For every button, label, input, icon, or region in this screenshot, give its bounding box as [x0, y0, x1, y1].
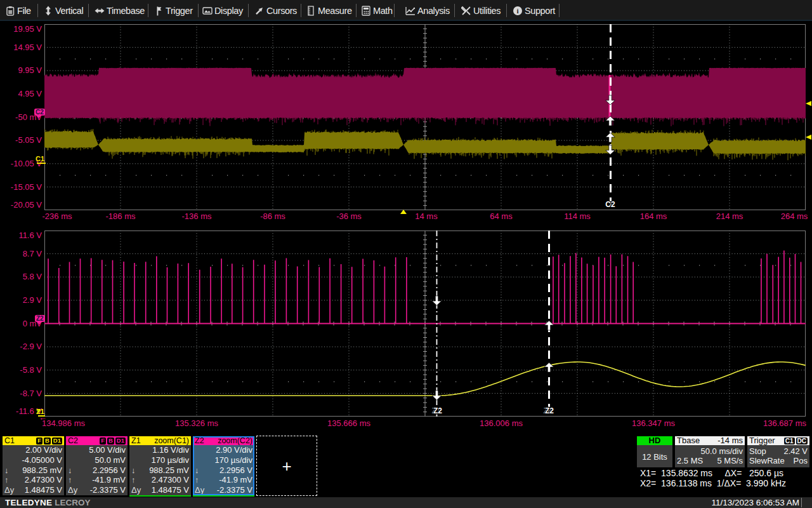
svg-text:Z2: Z2 [545, 406, 554, 415]
svg-text:C2: C2 [605, 200, 615, 209]
svg-text:Z2: Z2 [433, 406, 442, 415]
svg-text:i: i [516, 7, 518, 15]
